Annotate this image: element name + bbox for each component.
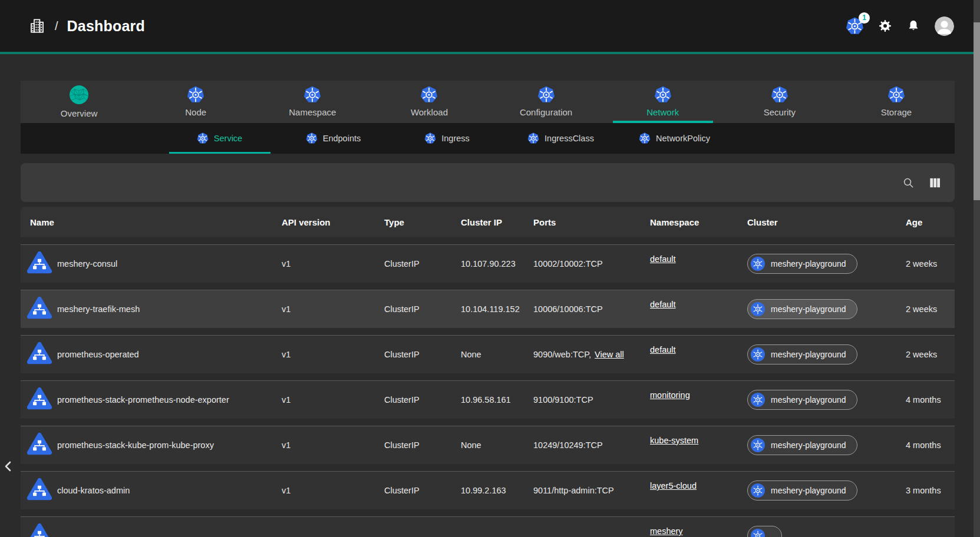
organization-building-icon[interactable] <box>28 16 46 35</box>
view-columns-icon <box>928 176 942 190</box>
view-columns-button[interactable] <box>928 176 942 190</box>
ports-value: 10002/10002:TCP <box>533 259 603 268</box>
cluster-chip[interactable]: meshery-playground <box>747 254 857 274</box>
kubernetes-icon <box>527 132 539 144</box>
column-header-name[interactable]: Name <box>21 217 274 227</box>
kubernetes-icon <box>751 483 765 498</box>
kubernetes-icon <box>197 132 209 144</box>
cluster-chip[interactable]: meshery-playground <box>747 344 857 364</box>
namespace-link[interactable]: default <box>650 254 676 264</box>
cluster-chip[interactable]: meshery-playground <box>747 435 857 455</box>
settings-button[interactable] <box>878 19 892 33</box>
tab-network[interactable]: Network <box>605 81 721 123</box>
cell-cluster: meshery-playground <box>743 254 875 274</box>
cell-type: ClusterIP <box>374 395 457 405</box>
network-subtab-label: Service <box>214 134 242 143</box>
table-row[interactable]: meshery <box>21 517 955 537</box>
row-separator <box>21 328 955 336</box>
namespace-link[interactable]: default <box>650 345 676 354</box>
column-header-namespace[interactable]: Namespace <box>645 217 743 227</box>
table-row[interactable]: meshery-traefik-mesh v1 ClusterIP 10.104… <box>21 290 955 328</box>
column-header-ports[interactable]: Ports <box>524 217 645 227</box>
subtab-service[interactable]: Service <box>163 123 276 154</box>
column-header-cluster[interactable]: Cluster <box>743 217 875 227</box>
service-name: prometheus-stack-prometheus-node-exporte… <box>57 395 229 405</box>
cluster-chip[interactable]: meshery-playground <box>747 299 857 319</box>
services-table: NameAPI versionTypeCluster IPPortsNamesp… <box>21 207 955 537</box>
table-row[interactable]: cloud-kratos-admin v1 ClusterIP 10.99.2.… <box>21 472 955 509</box>
namespace-link[interactable]: layer5-cloud <box>650 481 697 490</box>
namespace-link[interactable]: monitoring <box>650 390 690 400</box>
kubernetes-icon <box>751 347 765 362</box>
kubernetes-icon <box>420 86 438 104</box>
service-resource-icon <box>27 296 52 322</box>
tab-storage[interactable]: Storage <box>838 81 955 123</box>
kubernetes-context-button[interactable]: 1 <box>846 17 864 35</box>
service-resource-icon <box>27 342 52 367</box>
column-header-cluster-ip[interactable]: Cluster IP <box>457 217 524 227</box>
subtab-networkpolicy[interactable]: NetworkPolicy <box>618 123 731 154</box>
resource-tab-label: Workload <box>411 107 448 117</box>
search-icon <box>902 176 915 190</box>
search-button[interactable] <box>902 176 915 190</box>
kubernetes-icon <box>751 302 765 316</box>
tab-overview[interactable]: Overview <box>21 81 137 123</box>
network-subtab-label: Endpoints <box>323 134 361 143</box>
table-row[interactable]: prometheus-stack-kube-prom-kube-proxy v1… <box>21 426 955 464</box>
person-icon <box>935 16 954 36</box>
cell-cluster: meshery-playground <box>743 344 875 364</box>
table-row[interactable]: prometheus-stack-prometheus-node-exporte… <box>21 381 955 419</box>
cell-cluster-ip: 10.107.90.223 <box>457 259 524 268</box>
cell-namespace: kube-system <box>645 440 743 450</box>
cell-api-version: v1 <box>274 350 374 359</box>
tab-namespace[interactable]: Namespace <box>254 81 371 123</box>
table-row[interactable]: meshery-consul v1 ClusterIP 10.107.90.22… <box>21 245 955 283</box>
cell-name: prometheus-stack-prometheus-node-exporte… <box>21 387 274 413</box>
cluster-chip[interactable]: meshery-playground <box>747 390 857 410</box>
resource-tab-label: Storage <box>881 107 912 117</box>
tab-configuration[interactable]: Configuration <box>488 81 605 123</box>
row-separator <box>21 283 955 290</box>
cell-name: meshery-traefik-mesh <box>21 296 274 322</box>
cell-type: ClusterIP <box>374 304 457 314</box>
column-header-type[interactable]: Type <box>374 217 457 227</box>
notifications-button[interactable] <box>906 19 920 33</box>
ports-value: 10006/10006:TCP <box>533 304 603 314</box>
cell-api-version: v1 <box>274 486 374 495</box>
cell-namespace: meshery <box>645 531 743 537</box>
table-row[interactable]: prometheus-operated v1 ClusterIP None 90… <box>21 336 955 373</box>
subtab-ingressclass[interactable]: IngressClass <box>504 123 618 154</box>
view-all-link[interactable]: View all <box>595 350 624 359</box>
cell-name: prometheus-operated <box>21 342 274 367</box>
ports-value: 9090/web:TCP, <box>533 350 591 359</box>
namespace-link[interactable]: meshery <box>650 526 683 536</box>
cluster-chip[interactable] <box>747 526 782 537</box>
cell-type: ClusterIP <box>374 486 457 495</box>
scrollbar-thumb[interactable] <box>974 22 980 200</box>
resource-tab-label: Overview <box>61 108 98 118</box>
tab-workload[interactable]: Workload <box>371 81 487 123</box>
cell-age: 2 weeks <box>875 350 955 359</box>
tab-node[interactable]: Node <box>137 81 254 123</box>
namespace-link[interactable]: default <box>650 300 676 309</box>
user-avatar[interactable] <box>935 16 954 36</box>
table-header-row: NameAPI versionTypeCluster IPPortsNamesp… <box>21 207 955 237</box>
cell-type: ClusterIP <box>374 350 457 359</box>
kubernetes-icon <box>751 393 765 407</box>
resource-tabs: Overview Node Namespace Workload Configu… <box>21 81 955 123</box>
network-subtab-label: Ingress <box>441 134 470 143</box>
column-header-api-version[interactable]: API version <box>274 217 374 227</box>
subtab-endpoints[interactable]: Endpoints <box>276 123 390 154</box>
subtab-ingress[interactable]: Ingress <box>390 123 504 154</box>
row-separator <box>21 373 955 381</box>
column-header-age[interactable]: Age <box>875 217 955 227</box>
namespace-link[interactable]: kube-system <box>650 436 698 445</box>
sidebar-collapse-chevron[interactable] <box>1 459 15 474</box>
meshery-logo-icon <box>69 85 89 105</box>
cell-api-version: v1 <box>274 440 374 450</box>
tab-security[interactable]: Security <box>721 81 838 123</box>
kubernetes-icon <box>639 132 651 144</box>
cell-cluster: meshery-playground <box>743 390 875 410</box>
cell-namespace: layer5-cloud <box>645 486 743 495</box>
cluster-chip[interactable]: meshery-playground <box>747 480 857 500</box>
